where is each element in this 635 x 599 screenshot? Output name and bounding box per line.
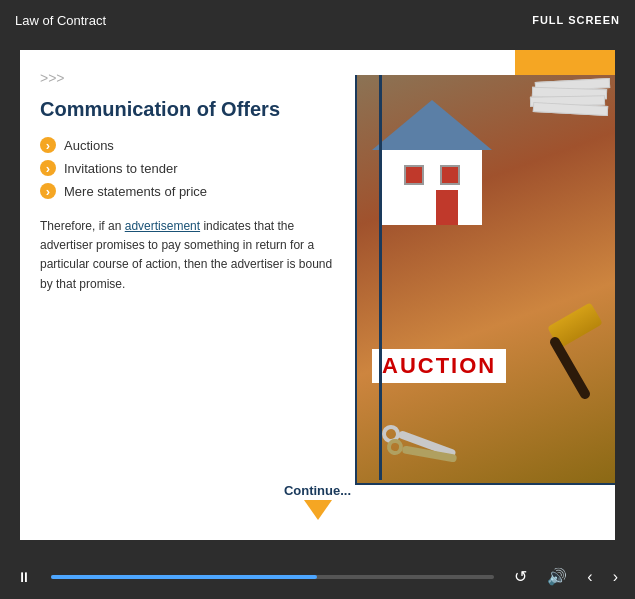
bullet-icon-3 [40, 183, 56, 199]
content-area: >>> Communication of Offers Auctions Inv… [20, 50, 380, 520]
bullet-list: Auctions Invitations to tender Mere stat… [40, 137, 360, 199]
body-paragraph: Therefore, if an advertisement indicates… [40, 217, 340, 294]
image-border-left [379, 75, 382, 480]
gavel-handle [548, 335, 592, 401]
auction-sign: AUCTION [372, 349, 506, 383]
house-door [436, 190, 458, 225]
papers-stack [530, 80, 610, 120]
continue-area[interactable]: Continue... [20, 483, 615, 520]
slide-heading: Communication of Offers [40, 98, 360, 121]
volume-button[interactable]: 🔊 [542, 565, 572, 588]
next-button[interactable]: › [608, 566, 623, 588]
play-pause-button[interactable]: ⏸ [12, 565, 36, 589]
house-roof [372, 100, 492, 150]
progress-bar-container[interactable] [51, 575, 494, 579]
key-head-2 [386, 438, 405, 457]
bullet-icon-2 [40, 160, 56, 176]
auction-sign-text: AUCTION [382, 353, 496, 378]
bullet-text-2: Invitations to tender [64, 161, 177, 176]
breadcrumb: >>> [40, 70, 360, 86]
image-panel: AUCTION [355, 75, 615, 485]
top-bar: Law of Contract FULL SCREEN [0, 0, 635, 40]
bullet-text-3: Mere statements of price [64, 184, 207, 199]
continue-label[interactable]: Continue... [284, 483, 351, 498]
continue-arrow-icon [304, 500, 332, 520]
house-body [382, 150, 482, 225]
main-content: AUCTION >>> Communication of Offers Auct… [20, 50, 615, 540]
app-title: Law of Contract [15, 13, 106, 28]
progress-bar-fill [51, 575, 317, 579]
highlight-word: advertisement [125, 219, 200, 233]
list-item: Invitations to tender [40, 160, 360, 176]
list-item: Auctions [40, 137, 360, 153]
prev-button[interactable]: ‹ [582, 566, 597, 588]
house-window-right [440, 165, 460, 185]
refresh-button[interactable]: ↺ [509, 565, 532, 588]
house-illustration [367, 85, 497, 225]
gavel-illustration [515, 303, 605, 403]
keys-illustration [377, 403, 477, 473]
house-window-left [404, 165, 424, 185]
fullscreen-button[interactable]: FULL SCREEN [532, 14, 620, 26]
auction-image: AUCTION [357, 75, 615, 483]
list-item: Mere statements of price [40, 183, 360, 199]
bullet-icon-1 [40, 137, 56, 153]
bottom-bar: ⏸ ↺ 🔊 ‹ › [0, 554, 635, 599]
bullet-text-1: Auctions [64, 138, 114, 153]
